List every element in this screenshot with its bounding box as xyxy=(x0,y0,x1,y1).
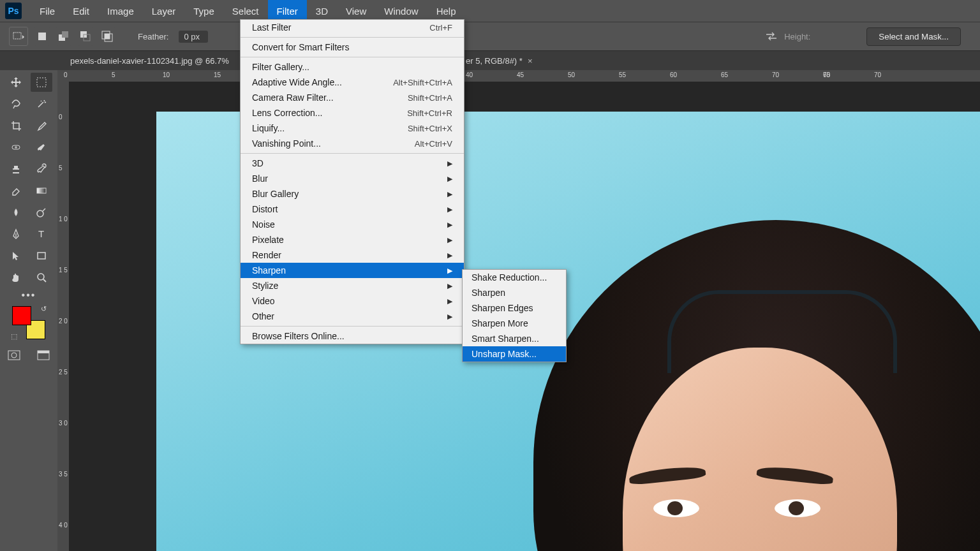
eraser-tool[interactable] xyxy=(5,181,27,200)
svg-rect-19 xyxy=(38,351,49,353)
type-tool[interactable]: T xyxy=(31,224,52,244)
document-tab-label-left: pexels-daniel-xavier-1102341.jpg @ 66.7% xyxy=(70,56,229,66)
menu-3d[interactable]: 3D xyxy=(307,0,337,22)
feather-input[interactable]: 0 px xyxy=(179,31,208,43)
more-tools-icon[interactable]: ••• xyxy=(3,290,55,301)
default-colors-icon[interactable]: ↺ xyxy=(41,305,47,313)
menu-camera-raw[interactable]: Camera Raw Filter...Shift+Ctrl+A xyxy=(241,90,464,105)
gradient-tool[interactable] xyxy=(31,181,52,200)
menu-image[interactable]: Image xyxy=(98,0,143,22)
svg-rect-8 xyxy=(105,34,110,39)
healing-brush-tool[interactable] xyxy=(5,138,27,157)
menu-sharpen[interactable]: Sharpen xyxy=(463,285,566,300)
menu-layer[interactable]: Layer xyxy=(143,0,185,22)
ruler-tick: 5 xyxy=(59,165,63,172)
menu-lens-correction[interactable]: Lens Correction...Shift+Ctrl+R xyxy=(241,105,464,121)
ruler-horizontal: 0 5 10 15 40 45 50 55 60 65 70 70 65 70 xyxy=(57,70,980,82)
eyedropper-tool[interactable] xyxy=(31,116,52,135)
tool-preset-icon[interactable] xyxy=(9,27,28,46)
subtract-selection-icon[interactable] xyxy=(78,27,93,46)
menu-filter[interactable]: Filter xyxy=(268,0,307,22)
hand-tool[interactable] xyxy=(5,268,27,287)
svg-point-17 xyxy=(11,353,17,358)
menu-pixelate-submenu[interactable]: Pixelate▶ xyxy=(241,232,464,247)
menu-filter-gallery[interactable]: Filter Gallery... xyxy=(241,59,464,75)
menu-noise-submenu[interactable]: Noise▶ xyxy=(241,217,464,232)
menu-stylize-submenu[interactable]: Stylize▶ xyxy=(241,278,464,293)
menu-liquify[interactable]: Liquify...Shift+Ctrl+X xyxy=(241,121,464,136)
menu-last-filter[interactable]: Last FilterCtrl+F xyxy=(241,20,464,35)
foreground-swatch[interactable] xyxy=(12,306,31,325)
document-tab[interactable]: pexels-daniel-xavier-1102341.jpg @ 66.7% xyxy=(64,51,235,70)
dodge-tool[interactable] xyxy=(31,203,52,222)
ruler-tick: 10 xyxy=(163,71,170,78)
brush-tool[interactable] xyxy=(31,138,52,157)
menu-help[interactable]: Help xyxy=(427,0,465,22)
menu-smart-sharpen[interactable]: Smart Sharpen... xyxy=(463,331,566,346)
sharpen-submenu: Shake Reduction... Sharpen Sharpen Edges… xyxy=(462,269,567,362)
menu-view[interactable]: View xyxy=(337,0,375,22)
svg-rect-14 xyxy=(38,253,45,259)
options-bar: Feather: 0 px Height: Select and Mask... xyxy=(0,22,980,51)
menu-window[interactable]: Window xyxy=(375,0,427,22)
svg-rect-11 xyxy=(37,188,46,193)
new-selection-icon[interactable] xyxy=(34,27,50,46)
menu-browse-filters[interactable]: Browse Filters Online... xyxy=(241,328,464,344)
menu-blur-gallery-submenu[interactable]: Blur Gallery▶ xyxy=(241,186,464,202)
menu-sharpen-edges[interactable]: Sharpen Edges xyxy=(463,300,566,316)
ruler-tick: 65 xyxy=(823,71,830,78)
ruler-tick: 60 xyxy=(670,71,677,78)
menu-shake-reduction[interactable]: Shake Reduction... xyxy=(463,270,566,285)
menu-edit[interactable]: Edit xyxy=(64,0,98,22)
menu-3d-submenu[interactable]: 3D▶ xyxy=(241,156,464,171)
quick-mask-icon[interactable] xyxy=(3,346,25,365)
svg-point-12 xyxy=(37,210,43,217)
menu-other-submenu[interactable]: Other▶ xyxy=(241,309,464,324)
ruler-tick: 15 xyxy=(214,71,221,78)
menu-blur-submenu[interactable]: Blur▶ xyxy=(241,171,464,186)
menu-select[interactable]: Select xyxy=(223,0,268,22)
ruler-tick: 1 0 xyxy=(59,216,68,223)
intersect-selection-icon[interactable] xyxy=(100,27,115,46)
magic-wand-tool[interactable] xyxy=(31,94,52,114)
menu-unsharp-mask[interactable]: Unsharp Mask... xyxy=(463,346,566,362)
menu-distort-submenu[interactable]: Distort▶ xyxy=(241,202,464,217)
height-label: Height: xyxy=(784,32,810,41)
close-tab-icon[interactable]: × xyxy=(528,56,533,66)
menu-adaptive-wide-angle[interactable]: Adaptive Wide Angle...Alt+Shift+Ctrl+A xyxy=(241,75,464,90)
ruler-tick: 65 xyxy=(721,71,728,78)
menu-convert-smart[interactable]: Convert for Smart Filters xyxy=(241,40,464,55)
shape-tool[interactable] xyxy=(31,246,52,265)
path-selection-tool[interactable] xyxy=(5,246,27,265)
marquee-tool[interactable] xyxy=(31,73,52,92)
swap-dims-icon[interactable] xyxy=(765,32,778,41)
add-selection-icon[interactable] xyxy=(56,27,71,46)
svg-text:T: T xyxy=(38,228,44,239)
zoom-tool[interactable] xyxy=(31,268,52,287)
svg-rect-16 xyxy=(8,351,20,360)
color-swatches[interactable]: ↺ ⬚ xyxy=(12,306,45,339)
crop-tool[interactable] xyxy=(5,116,27,135)
ruler-tick: 1 5 xyxy=(59,267,68,274)
document-tab-label-right: er 5, RGB/8#) * xyxy=(466,56,523,66)
blur-tool[interactable] xyxy=(5,203,27,222)
stamp-tool[interactable] xyxy=(5,159,27,179)
select-and-mask-button[interactable]: Select and Mask... xyxy=(866,27,961,46)
pen-tool[interactable] xyxy=(5,224,27,244)
ruler-vertical: 0 5 1 0 1 5 2 0 2 5 3 0 3 5 4 0 xyxy=(57,82,69,551)
menu-vanishing-point[interactable]: Vanishing Point...Alt+Ctrl+V xyxy=(241,136,464,151)
menu-sharpen-submenu[interactable]: Sharpen▶ xyxy=(241,263,464,278)
swap-colors-icon[interactable]: ⬚ xyxy=(11,332,17,341)
lasso-tool[interactable] xyxy=(5,94,27,114)
ruler-tick: 5 xyxy=(112,71,115,78)
move-tool[interactable] xyxy=(5,73,27,92)
history-brush-tool[interactable] xyxy=(31,159,52,179)
menu-render-submenu[interactable]: Render▶ xyxy=(241,247,464,263)
menu-type[interactable]: Type xyxy=(184,0,223,22)
menu-video-submenu[interactable]: Video▶ xyxy=(241,293,464,309)
menu-file[interactable]: File xyxy=(31,0,64,22)
app-logo: Ps xyxy=(5,3,22,19)
screen-mode-icon[interactable] xyxy=(33,346,54,365)
ruler-tick: 3 5 xyxy=(59,471,68,478)
menu-sharpen-more[interactable]: Sharpen More xyxy=(463,316,566,331)
